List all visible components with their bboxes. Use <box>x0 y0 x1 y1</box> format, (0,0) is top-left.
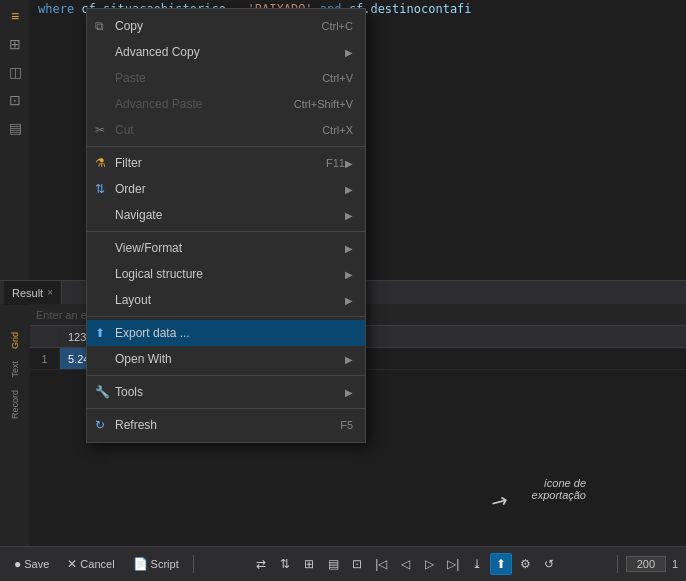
status-right: 1 <box>626 556 678 572</box>
divider-1 <box>193 555 194 573</box>
toolbar-btn-refresh[interactable]: ↺ <box>538 553 560 575</box>
export-data-icon: ⬆ <box>95 326 105 340</box>
order-arrow: ▶ <box>345 184 353 195</box>
toolbar-btn-prev[interactable]: ◁ <box>394 553 416 575</box>
copy-label: Copy <box>115 19 302 33</box>
menu-item-open-with[interactable]: Open With ▶ <box>87 346 365 372</box>
menu-item-tools[interactable]: 🔧 Tools ▶ <box>87 379 365 405</box>
view-format-arrow: ▶ <box>345 243 353 254</box>
sidebar-icon-menu[interactable]: ≡ <box>3 4 27 28</box>
menu-item-layout[interactable]: Layout ▶ <box>87 287 365 313</box>
toolbar-btn-swap-cols[interactable]: ⇅ <box>274 553 296 575</box>
toolbar-btn-download[interactable]: ⤓ <box>466 553 488 575</box>
toolbar-btn-settings[interactable]: ⚙ <box>514 553 536 575</box>
menu-item-refresh[interactable]: ↻ Refresh F5 <box>87 412 365 438</box>
copy-shortcut: Ctrl+C <box>322 20 353 32</box>
export-data-label: Export data ... <box>115 326 353 340</box>
menu-item-advanced-paste: Advanced Paste Ctrl+Shift+V <box>87 91 365 117</box>
separator-3 <box>87 316 365 317</box>
menu-item-logical-structure[interactable]: Logical structure ▶ <box>87 261 365 287</box>
script-button[interactable]: 📄 Script <box>127 555 185 573</box>
open-with-arrow: ▶ <box>345 354 353 365</box>
paste-shortcut: Ctrl+V <box>322 72 353 84</box>
page-count: 1 <box>672 558 678 570</box>
order-label: Order <box>115 182 345 196</box>
filter-label: Filter <box>115 156 306 170</box>
toolbar-btn-export[interactable]: ⬆ <box>490 553 512 575</box>
menu-item-export-data[interactable]: ⬆ Export data ... <box>87 320 365 346</box>
sidebar-icon-panel[interactable]: ◫ <box>3 60 27 84</box>
result-tab-label: Result <box>12 287 43 299</box>
divider-2 <box>617 555 618 573</box>
cut-label: Cut <box>115 123 302 137</box>
menu-item-filter[interactable]: ⚗ Filter F11 ▶ <box>87 150 365 176</box>
grid-label-record[interactable]: Record <box>0 384 30 425</box>
cancel-button[interactable]: ✕ Cancel <box>61 555 120 573</box>
menu-item-copy[interactable]: ⧉ Copy Ctrl+C <box>87 13 365 39</box>
context-menu: ⧉ Copy Ctrl+C Advanced Copy ▶ Paste Ctrl… <box>86 8 366 443</box>
grid-header-rownum <box>30 326 60 347</box>
status-bar: ● Save ✕ Cancel 📄 Script ⇄ ⇅ ⊞ ▤ ⊡ |◁ ◁ … <box>0 546 686 581</box>
script-label: Script <box>151 558 179 570</box>
advanced-copy-arrow: ▶ <box>345 47 353 58</box>
menu-item-cut: ✂ Cut Ctrl+X <box>87 117 365 143</box>
separator-5 <box>87 408 365 409</box>
save-button[interactable]: ● Save <box>8 555 55 573</box>
toolbar-btn-grid[interactable]: ⊞ <box>298 553 320 575</box>
order-icon: ⇅ <box>95 182 105 196</box>
separator-1 <box>87 146 365 147</box>
open-with-label: Open With <box>115 352 345 366</box>
script-icon: 📄 <box>133 557 148 571</box>
menu-item-navigate[interactable]: Navigate ▶ <box>87 202 365 228</box>
navigate-label: Navigate <box>115 208 345 222</box>
separator-4 <box>87 375 365 376</box>
grid-left-labels: Grid Text Record <box>0 326 30 546</box>
refresh-label: Refresh <box>115 418 320 432</box>
sidebar-icon-list[interactable]: ▤ <box>3 116 27 140</box>
advanced-paste-shortcut: Ctrl+Shift+V <box>294 98 353 110</box>
result-tab[interactable]: Result × <box>4 281 62 305</box>
copy-icon: ⧉ <box>95 19 104 33</box>
grid-label-grid[interactable]: Grid <box>0 326 30 355</box>
refresh-shortcut: F5 <box>340 419 353 431</box>
page-size-input[interactable] <box>626 556 666 572</box>
layout-arrow: ▶ <box>345 295 353 306</box>
tools-arrow: ▶ <box>345 387 353 398</box>
toolbar-btn-next[interactable]: ▷ <box>418 553 440 575</box>
refresh-icon: ↻ <box>95 418 105 432</box>
row-number: 1 <box>30 348 60 369</box>
toolbar-btn-box[interactable]: ⊡ <box>346 553 368 575</box>
menu-item-order[interactable]: ⇅ Order ▶ <box>87 176 365 202</box>
view-format-label: View/Format <box>115 241 345 255</box>
paste-label: Paste <box>115 71 302 85</box>
cut-shortcut: Ctrl+X <box>322 124 353 136</box>
layout-label: Layout <box>115 293 345 307</box>
sidebar-icon-box[interactable]: ⊡ <box>3 88 27 112</box>
sidebar-icon-grid[interactable]: ⊞ <box>3 32 27 56</box>
cancel-label: Cancel <box>80 558 114 570</box>
result-tab-close[interactable]: × <box>47 287 53 298</box>
menu-item-view-format[interactable]: View/Format ▶ <box>87 235 365 261</box>
grid-label-text[interactable]: Text <box>0 355 30 384</box>
menu-item-paste: Paste Ctrl+V <box>87 65 365 91</box>
cut-icon: ✂ <box>95 123 105 137</box>
cancel-icon: ✕ <box>67 557 77 571</box>
filter-icon: ⚗ <box>95 156 106 170</box>
tools-label: Tools <box>115 385 345 399</box>
save-label: Save <box>24 558 49 570</box>
toolbar-icons: ⇄ ⇅ ⊞ ▤ ⊡ |◁ ◁ ▷ ▷| ⤓ ⬆ ⚙ ↺ <box>202 553 609 575</box>
filter-shortcut: F11 <box>326 157 345 169</box>
filter-arrow: ▶ <box>345 158 353 169</box>
logical-structure-label: Logical structure <box>115 267 345 281</box>
tools-icon: 🔧 <box>95 385 110 399</box>
toolbar-btn-swap-rows[interactable]: ⇄ <box>250 553 272 575</box>
separator-2 <box>87 231 365 232</box>
toolbar-btn-list[interactable]: ▤ <box>322 553 344 575</box>
toolbar-btn-last[interactable]: ▷| <box>442 553 464 575</box>
advanced-copy-label: Advanced Copy <box>115 45 345 59</box>
navigate-arrow: ▶ <box>345 210 353 221</box>
menu-item-advanced-copy[interactable]: Advanced Copy ▶ <box>87 39 365 65</box>
toolbar-btn-first[interactable]: |◁ <box>370 553 392 575</box>
logical-structure-arrow: ▶ <box>345 269 353 280</box>
advanced-paste-label: Advanced Paste <box>115 97 274 111</box>
